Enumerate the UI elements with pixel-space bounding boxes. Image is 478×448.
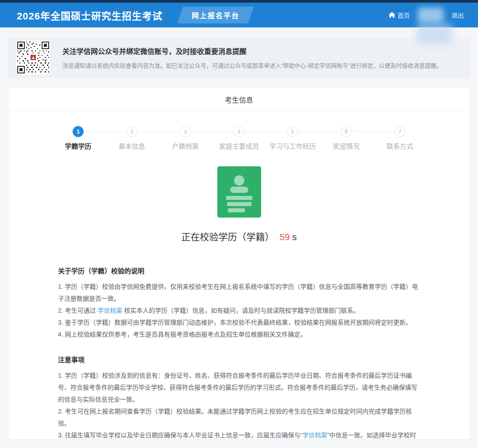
about-item-2: 2. 考生可通过 学信档案 核实本人的学历（学籍）信息，如有疑问，请及时与就读院… xyxy=(58,305,421,317)
step-xueji-xueli[interactable]: 1 学籍学历 xyxy=(51,126,105,150)
section-heading: 关于学历（学籍）校验的说明 xyxy=(58,266,421,275)
step-circle: 6 xyxy=(341,126,352,137)
stepper: 1 学籍学历 2 基本信息 3 户籍档案 4 家庭主要成员 5 学习与工作经历 … xyxy=(51,126,427,150)
step-label: 奖惩情况 xyxy=(333,141,359,150)
section-heading: 注意事项 xyxy=(58,355,421,364)
step-label: 基本信息 xyxy=(119,141,145,150)
app-header: 2026年全国硕士研究生招生考试 网上报名平台 首页 退出 xyxy=(0,3,478,27)
step-label: 学籍学历 xyxy=(65,141,92,150)
home-link-label: 首页 xyxy=(397,11,410,19)
credential-check-icon xyxy=(217,166,261,218)
step-circle: 1 xyxy=(73,126,84,137)
step-circle: 7 xyxy=(394,126,405,137)
qr-code xyxy=(16,41,50,74)
notes-item-3-text: 3. 往届生填写毕业学校以及毕业日期应确保与本人毕业证书上信息一致，应届生应确保… xyxy=(58,432,302,439)
logout-link[interactable]: 退出 xyxy=(451,11,464,19)
info-sections: 关于学历（学籍）校验的说明 1. 学历（学籍）校验由学信网免费提供，仅用来校验考… xyxy=(8,266,470,440)
about-item-3: 3. 鉴于学历（学籍）数据可由学籍学历管理部门动态维护，本次校验不代表最终结果，… xyxy=(58,317,421,329)
banner-subtitle: 消息通知请以系统内实际查看内容为准。如已关注公众号，可通过公众号底部菜单进入“帮… xyxy=(62,61,442,69)
about-item-4: 4. 网上校验结果仅供参考，考生是否具有报考资格由报考点及招生单位根据相关文件确… xyxy=(58,329,421,341)
about-item-2-text: 2. 考生可通过 xyxy=(58,307,97,314)
checking-status-text: 正在校验学历（学籍） xyxy=(181,232,274,242)
page-title: 2026年全国硕士研究生招生考试 xyxy=(17,8,162,22)
step-label: 户籍档案 xyxy=(172,141,199,150)
notes-item-2: 2. 考生可在网上报名期间查看学历（学籍）校验结果。未能通过学籍学历网上校验的考… xyxy=(58,406,421,429)
checking-status: 正在校验学历（学籍）59s xyxy=(8,230,470,243)
step-label: 联系方式 xyxy=(386,141,413,150)
header-actions: 首页 退出 xyxy=(389,3,464,27)
step-jiating-chengyuan[interactable]: 4 家庭主要成员 xyxy=(212,126,266,150)
about-item-1: 1. 学历（学籍）校验由学信网免费提供，仅用来校验考生在网上报名系统中填写的学历… xyxy=(58,281,421,305)
step-circle: 2 xyxy=(126,126,137,137)
user-name-blurred[interactable] xyxy=(418,8,443,23)
platform-badge-label: 网上报名平台 xyxy=(192,10,239,20)
home-link[interactable]: 首页 xyxy=(389,11,410,19)
countdown-seconds: 59 xyxy=(280,232,290,242)
candidate-info-panel: 考生信息 1 学籍学历 2 基本信息 3 户籍档案 4 家庭主要成员 5 学习与… xyxy=(8,87,470,440)
notes-item-1: 1. 学历（学籍）校验涉及到的信息有：身份证号、姓名、获得符合报考条件的最后学历… xyxy=(58,370,421,406)
link-xuexin-archive-2[interactable]: 学信档案 xyxy=(302,432,327,439)
banner-text: 关注学信网公众号并绑定微信账号，及时接收重要消息提醒 消息通知请以系统内实际查看… xyxy=(62,46,442,69)
step-circle: 5 xyxy=(287,126,298,137)
step-xuexi-gongzuo[interactable]: 5 学习与工作经历 xyxy=(266,126,320,150)
banner-title: 关注学信网公众号并绑定微信账号，及时接收重要消息提醒 xyxy=(62,46,442,56)
section-about-verification: 关于学历（学籍）校验的说明 1. 学历（学籍）校验由学信网免费提供，仅用来校验考… xyxy=(58,266,421,341)
about-item-2-text2: 核实本人的学历（学籍）信息，如有疑问，请及时与就读院校学籍学历管理部门联系。 xyxy=(122,307,359,314)
notes-item-3: 3. 往届生填写毕业学校以及毕业日期应确保与本人毕业证书上信息一致，应届生应确保… xyxy=(58,429,421,440)
step-label: 家庭主要成员 xyxy=(219,141,259,150)
step-circle: 3 xyxy=(180,126,191,137)
wechat-banner: 关注学信网公众号并绑定微信账号，及时接收重要消息提醒 消息通知请以系统内实际查看… xyxy=(8,37,470,78)
step-label: 学习与工作经历 xyxy=(270,141,316,150)
link-xuexin-archive[interactable]: 学信档案 xyxy=(97,307,122,314)
home-icon xyxy=(389,12,395,18)
step-jiben-xinxi[interactable]: 2 基本信息 xyxy=(105,126,158,150)
platform-badge: 网上报名平台 xyxy=(177,7,254,23)
step-huji-dangan[interactable]: 3 户籍档案 xyxy=(158,126,212,150)
step-circle: 4 xyxy=(233,126,244,137)
step-jiangcheng[interactable]: 6 奖惩情况 xyxy=(320,126,373,150)
panel-title: 考生信息 xyxy=(8,88,470,111)
countdown-unit: s xyxy=(292,232,297,242)
step-lianxi-fangshi[interactable]: 7 联系方式 xyxy=(373,126,427,150)
section-notes: 注意事项 1. 学历（学籍）校验涉及到的信息有：身份证号、姓名、获得符合报考条件… xyxy=(58,355,421,440)
